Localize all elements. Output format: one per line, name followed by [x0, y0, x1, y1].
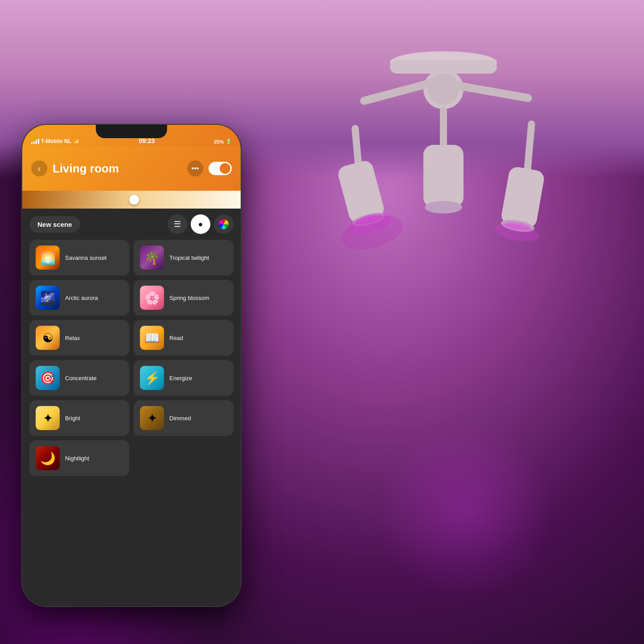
scene-icon-energize: ⚡ [140, 366, 164, 390]
signal-bars [31, 139, 39, 144]
scene-thumb-tropical-twilight: 🌴 [140, 246, 164, 270]
room-title: Living room [53, 162, 182, 176]
scene-thumb-concentrate: 🎯 [36, 366, 60, 390]
scene-card-relax[interactable]: ☯Relax [29, 320, 129, 356]
scene-label-arctic-aurora: Arctic aurora [65, 295, 98, 301]
svg-rect-13 [500, 166, 545, 229]
svg-rect-18 [423, 145, 464, 207]
new-scene-button[interactable]: New scene [29, 216, 80, 233]
scene-card-bright[interactable]: ✦Bright [29, 400, 129, 436]
back-button[interactable]: ‹ [31, 160, 47, 176]
palette-icon: ● [198, 220, 203, 229]
status-right: 25% 🔋 [214, 139, 232, 144]
scene-thumb-savanna-sunset: 🌅 [36, 246, 60, 270]
scene-grid: 🌅Savanna sunset🌴Tropical twilight🌌Arctic… [22, 240, 241, 476]
battery-icon: 🔋 [226, 139, 232, 144]
scene-label-tropical-twilight: Tropical twilight [169, 254, 209, 261]
scene-card-dimmed[interactable]: ✦Dimmed [134, 400, 234, 436]
scene-thumb-energize: ⚡ [140, 366, 164, 390]
svg-point-3 [428, 74, 459, 105]
toolbar: New scene ☰ ● [22, 209, 241, 240]
brightness-slider[interactable] [22, 191, 241, 209]
phone-notch [96, 125, 167, 138]
scene-icon-relax: ☯ [36, 326, 60, 350]
app-content: New scene ☰ ● 🌅Savanna sunset🌴Tropical t… [22, 209, 241, 606]
scene-label-savanna-sunset: Savanna sunset [65, 254, 107, 261]
scene-card-read[interactable]: 📖Read [134, 320, 234, 356]
color-wheel-button[interactable] [214, 214, 234, 234]
signal-bar-2 [33, 141, 35, 144]
list-icon: ☰ [174, 219, 181, 229]
scene-card-tropical-twilight[interactable]: 🌴Tropical twilight [134, 240, 234, 275]
scene-card-concentrate[interactable]: 🎯Concentrate [29, 360, 129, 396]
scene-icon-tropical-twilight: 🌴 [140, 246, 164, 270]
scene-thumb-relax: ☯ [36, 326, 60, 350]
status-left: T-Mobile NL 📶 [31, 138, 80, 144]
scene-label-concentrate: Concentrate [65, 375, 97, 381]
scene-thumb-nightlight: 🌙 [36, 446, 60, 470]
scene-thumb-bright: ✦ [36, 406, 60, 430]
scene-thumb-arctic-aurora: 🌌 [36, 286, 60, 310]
scene-icon-read: 📖 [140, 326, 164, 350]
scene-icon-nightlight: 🌙 [36, 446, 60, 470]
scene-icon-concentrate: 🎯 [36, 366, 60, 390]
scene-thumb-spring-blossom: 🌸 [140, 286, 164, 310]
signal-bar-1 [31, 142, 33, 144]
more-button[interactable]: ••• [187, 160, 203, 176]
signal-bar-4 [38, 139, 39, 144]
status-time: 09:23 [139, 137, 155, 144]
scene-label-read: Read [169, 335, 183, 341]
slider-thumb[interactable] [129, 195, 139, 205]
phone-wrapper: T-Mobile NL 📶 09:23 25% 🔋 ‹ Living room … [22, 125, 245, 633]
carrier-label: T-Mobile NL [41, 138, 71, 144]
scene-icon-arctic-aurora: 🌌 [36, 286, 60, 310]
scene-card-nightlight[interactable]: 🌙Nightlight [29, 440, 129, 476]
scene-label-energize: Energize [169, 375, 192, 381]
scene-thumb-dimmed: ✦ [140, 406, 164, 430]
scene-card-arctic-aurora[interactable]: 🌌Arctic aurora [29, 280, 129, 316]
lamp-fixture [287, 18, 599, 352]
scene-label-bright: Bright [65, 415, 80, 422]
scene-label-spring-blossom: Spring blossom [169, 295, 209, 301]
scene-card-savanna-sunset[interactable]: 🌅Savanna sunset [29, 240, 129, 275]
scene-label-nightlight: Nightlight [65, 455, 89, 462]
power-toggle[interactable] [209, 162, 232, 175]
scene-thumb-read: 📖 [140, 326, 164, 350]
wifi-icon: 📶 [73, 138, 80, 144]
phone-outer: T-Mobile NL 📶 09:23 25% 🔋 ‹ Living room … [22, 125, 241, 606]
battery-label: 25% [214, 139, 224, 144]
scene-label-relax: Relax [65, 335, 80, 341]
scene-card-energize[interactable]: ⚡Energize [134, 360, 234, 396]
scene-label-dimmed: Dimmed [169, 415, 191, 422]
color-wheel-icon [219, 219, 229, 229]
scene-icon-savanna-sunset: 🌅 [36, 246, 60, 270]
svg-rect-12 [524, 120, 535, 174]
svg-point-19 [425, 201, 462, 213]
scene-icon-dimmed: ✦ [140, 406, 164, 430]
scene-icon-bright: ✦ [36, 406, 60, 430]
scene-icon-spring-blossom: 🌸 [140, 286, 164, 310]
app-header: ‹ Living room ••• [22, 146, 241, 191]
scene-card-spring-blossom[interactable]: 🌸Spring blossom [134, 280, 234, 316]
palette-button[interactable]: ● [191, 214, 210, 234]
list-view-button[interactable]: ☰ [168, 214, 187, 234]
signal-bar-3 [36, 140, 37, 144]
